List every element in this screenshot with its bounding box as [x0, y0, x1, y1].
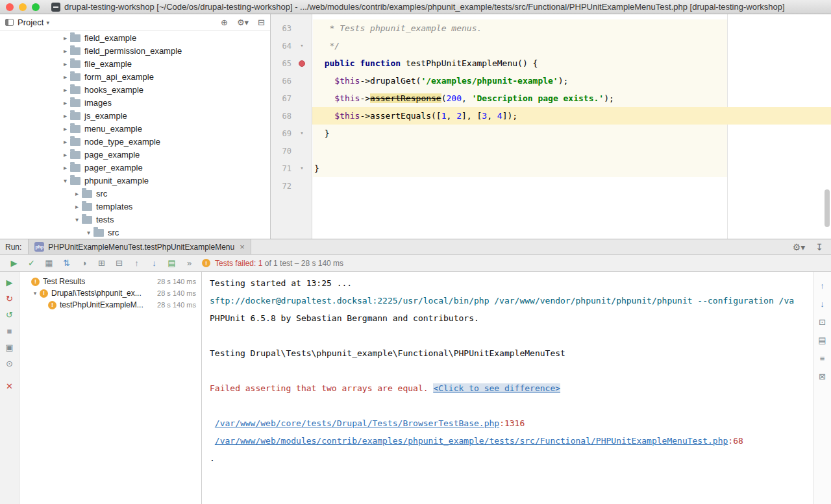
file-link[interactable]: /var/www/web/modules/contrib/examples/ph… — [215, 436, 728, 446]
chevron-right-icon[interactable]: ▸ — [60, 164, 70, 171]
editor-scrollbar[interactable] — [823, 14, 831, 239]
hide-tool-window-icon[interactable]: ↧ — [815, 242, 823, 252]
chevron-down-icon[interactable]: ▾ — [46, 19, 49, 26]
editor-line[interactable]: 68 $this->assertEquals([1, 2], [3, 4]); — [271, 107, 831, 125]
project-tree-item[interactable]: ▾phpunit_example — [0, 174, 270, 187]
chevron-right-icon[interactable]: ▸ — [60, 34, 70, 42]
project-tree-item[interactable]: ▸images — [0, 96, 270, 109]
rerun-failed-tests-icon[interactable]: ↻ — [6, 294, 13, 303]
scroll-to-end-icon[interactable]: ≡ — [820, 354, 825, 363]
fold-marker-icon[interactable]: ▾ — [291, 37, 312, 54]
console-text — [210, 436, 215, 446]
macos-close-button[interactable] — [6, 3, 14, 11]
macos-minimize-button[interactable] — [19, 3, 27, 11]
close-icon[interactable]: × — [240, 242, 245, 252]
test-tree-item[interactable]: ▾!Drupal\Tests\phpunit_ex...28 s 140 ms — [19, 287, 201, 299]
project-tree-item[interactable]: ▸pager_example — [0, 161, 270, 174]
project-tree-item[interactable]: ▸node_type_example — [0, 135, 270, 148]
project-tree-item[interactable]: ▸menu_example — [0, 122, 270, 135]
expand-all-icon[interactable]: ⊞ — [93, 258, 110, 268]
project-item-label: src — [96, 189, 107, 198]
open-in-editor-icon[interactable]: ▤ — [818, 335, 826, 345]
project-tree-item[interactable]: ▸templates — [0, 200, 270, 213]
toggle-auto-test-icon[interactable]: ↺ — [6, 311, 13, 319]
chevron-right-icon[interactable]: ▸ — [72, 190, 82, 197]
show-ignored-icon[interactable]: ▦ — [40, 258, 58, 268]
project-tree-item[interactable]: ▸file_example — [0, 57, 270, 70]
project-tree-item[interactable]: ▾src — [0, 226, 270, 239]
project-tree-item[interactable]: ▸js_example — [0, 109, 270, 122]
editor[interactable]: 63 * Tests phpunit_example menus.64▾ */6… — [271, 14, 831, 239]
file-link[interactable]: /var/www/web/core/tests/Drupal/Tests/Bro… — [215, 418, 499, 428]
editor-line[interactable]: 71▾} — [271, 160, 831, 177]
navigate-previous-icon[interactable]: ↑ — [820, 281, 825, 291]
settings-gear-icon[interactable]: ⚙▾ — [793, 242, 806, 252]
previous-failed-test-icon[interactable]: ↑ — [128, 258, 145, 268]
sort-alphabetically-icon[interactable]: ⇅ — [58, 258, 75, 268]
editor-line[interactable]: 72 — [271, 177, 831, 195]
editor-line[interactable]: 64▾ */ — [271, 37, 831, 54]
export-test-results-icon[interactable]: ⊡ — [819, 317, 826, 327]
editor-gutter: 68 — [271, 107, 312, 125]
diff-link[interactable]: <Click to see difference> — [433, 383, 560, 393]
editor-line[interactable]: 66 $this->drupalGet('/examples/phpunit-e… — [271, 72, 831, 90]
chevron-right-icon[interactable]: ▸ — [60, 112, 70, 119]
project-tree-item[interactable]: ▸form_api_example — [0, 70, 270, 83]
chevron-right-icon[interactable]: ▸ — [60, 73, 70, 80]
editor-line[interactable]: 69▾ } — [271, 125, 831, 142]
editor-line[interactable]: 70 — [271, 142, 831, 160]
project-tree-item[interactable]: ▸page_example — [0, 148, 270, 161]
editor-line[interactable]: 63 * Tests phpunit_example menus. — [271, 19, 831, 37]
hide-tool-window-icon[interactable]: ⊟ — [258, 18, 265, 27]
next-failed-test-icon[interactable]: ↓ — [145, 258, 163, 268]
project-tree-item[interactable]: ▸field_permission_example — [0, 44, 270, 57]
editor-line[interactable]: 67 $this->assertResponse(200, 'Descripti… — [271, 90, 831, 107]
project-tree-item[interactable]: ▸hooks_example — [0, 83, 270, 96]
editor-line[interactable]: 65 public function testPhpUnitExampleMen… — [271, 54, 831, 72]
test-tree-item[interactable]: !Test Results28 s 140 ms — [19, 276, 201, 287]
clear-console-icon[interactable]: ⊠ — [819, 372, 826, 381]
fold-marker-icon[interactable]: ▾ — [291, 160, 312, 177]
test-duration: 28 s 140 ms — [152, 278, 196, 285]
project-tree-item[interactable]: ▸field_example — [0, 31, 270, 44]
pin-tab-icon[interactable]: ⊙ — [6, 359, 13, 368]
sort-by-duration-icon[interactable]: ◑ — [75, 258, 93, 268]
editor-scrollbar-thumb[interactable] — [825, 189, 830, 227]
collapse-all-icon[interactable]: ⊟ — [110, 258, 128, 268]
stop-process-icon[interactable]: ■ — [7, 327, 12, 335]
macos-zoom-button[interactable] — [32, 3, 40, 11]
chevron-down-icon[interactable]: ▾ — [84, 229, 93, 236]
rerun-tests-icon[interactable]: ▶ — [5, 258, 23, 268]
settings-gear-icon[interactable]: ⚙▾ — [237, 18, 249, 27]
chevron-right-icon[interactable]: ▸ — [60, 99, 70, 106]
chevron-right-icon[interactable]: ▸ — [72, 203, 82, 210]
fold-marker-icon[interactable]: ▾ — [291, 125, 312, 142]
project-item-label: form_api_example — [84, 72, 154, 82]
rerun-test-icon[interactable]: ▶ — [6, 278, 13, 287]
show-passed-icon[interactable]: ✓ — [23, 258, 40, 268]
close-tab-icon[interactable]: ✕ — [6, 382, 13, 390]
project-panel-title[interactable]: Project — [18, 18, 43, 27]
chevron-down-icon[interactable]: ▾ — [31, 290, 40, 296]
test-tree-item-label: testPhpUnitExampleM... — [60, 300, 143, 309]
more-actions-icon[interactable]: » — [180, 258, 198, 268]
chevron-down-icon[interactable]: ▾ — [60, 177, 70, 184]
chevron-right-icon[interactable]: ▸ — [60, 86, 70, 93]
test-failed-gutter-icon[interactable] — [299, 60, 305, 67]
editor-gutter: 72 — [271, 177, 312, 195]
test-history-icon[interactable]: ▤ — [163, 258, 180, 268]
chevron-right-icon[interactable]: ▸ — [60, 138, 70, 145]
project-tree-item[interactable]: ▾tests — [0, 213, 270, 226]
project-tree-item[interactable]: ▸src — [0, 187, 270, 200]
navigate-next-icon[interactable]: ↓ — [820, 299, 825, 309]
chevron-right-icon[interactable]: ▸ — [60, 47, 70, 54]
chevron-right-icon[interactable]: ▸ — [60, 151, 70, 158]
test-tree-item[interactable]: !testPhpUnitExampleM...28 s 140 ms — [19, 299, 201, 311]
restore-layout-icon[interactable]: ▣ — [5, 343, 13, 352]
chevron-right-icon[interactable]: ▸ — [60, 60, 70, 67]
chevron-down-icon[interactable]: ▾ — [72, 216, 82, 223]
scroll-from-source-icon[interactable]: ⊕ — [221, 18, 228, 27]
chevron-right-icon[interactable]: ▸ — [60, 125, 70, 132]
console[interactable]: Testing started at 13:25 ...sftp://docke… — [202, 272, 813, 504]
run-tab[interactable]: php PHPUnitExampleMenuTest.testPhpUnitEx… — [28, 239, 251, 254]
